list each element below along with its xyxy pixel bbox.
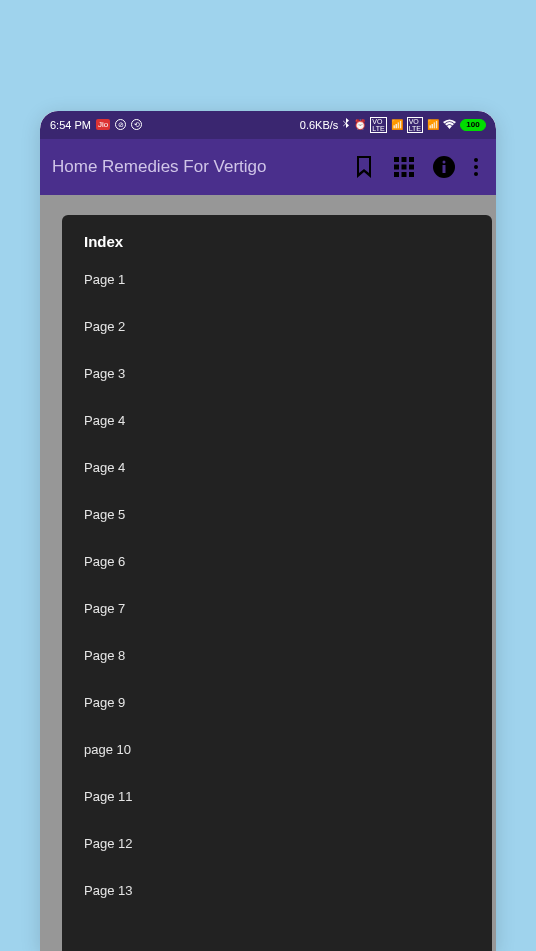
status-time: 6:54 PM: [50, 119, 91, 131]
index-item[interactable]: Page 11: [84, 789, 492, 836]
index-item[interactable]: Page 8: [84, 648, 492, 695]
svg-rect-6: [394, 172, 399, 177]
svg-rect-7: [402, 172, 407, 177]
svg-point-13: [474, 165, 478, 169]
status-right: 0.6KB/s ⏰ VOLTE 📶 VOLTE 📶 100: [300, 117, 486, 133]
phone-frame: 6:54 PM Jio ⊘ ⟲ 0.6KB/s ⏰ VOLTE 📶 VOLTE …: [40, 111, 496, 951]
battery-icon: 100: [460, 119, 486, 131]
index-item[interactable]: Page 13: [84, 883, 492, 930]
index-item[interactable]: Page 7: [84, 601, 492, 648]
svg-rect-5: [409, 164, 414, 169]
more-button[interactable]: [464, 147, 488, 187]
index-item[interactable]: Page 5: [84, 507, 492, 554]
svg-point-10: [443, 160, 446, 163]
app-bar: Home Remedies For Vertigo: [40, 139, 496, 195]
info-button[interactable]: [424, 147, 464, 187]
sync-icon: ⟲: [131, 119, 142, 130]
signal-icon-2: 📶: [427, 119, 439, 130]
svg-rect-8: [409, 172, 414, 177]
index-item[interactable]: Page 4: [84, 460, 492, 507]
svg-point-14: [474, 172, 478, 176]
svg-rect-4: [402, 164, 407, 169]
bluetooth-icon: [342, 118, 350, 131]
index-item[interactable]: Page 9: [84, 695, 492, 742]
index-list: Page 1Page 2Page 3Page 4Page 4Page 5Page…: [84, 272, 492, 930]
app-title: Home Remedies For Vertigo: [52, 157, 344, 177]
signal-icon-1: 📶: [391, 119, 403, 130]
status-left: 6:54 PM Jio ⊘ ⟲: [50, 119, 142, 131]
index-item[interactable]: Page 1: [84, 272, 492, 319]
index-item[interactable]: Page 12: [84, 836, 492, 883]
index-item[interactable]: Page 4: [84, 413, 492, 460]
volte-icon-2: VOLTE: [407, 117, 423, 133]
svg-rect-11: [443, 165, 446, 173]
svg-point-12: [474, 158, 478, 162]
alarm-icon: ⏰: [354, 119, 366, 130]
bookmark-button[interactable]: [344, 147, 384, 187]
index-item[interactable]: page 10: [84, 742, 492, 789]
index-item[interactable]: Page 3: [84, 366, 492, 413]
index-title: Index: [84, 233, 492, 250]
svg-rect-0: [394, 157, 399, 162]
grid-button[interactable]: [384, 147, 424, 187]
svg-rect-2: [409, 157, 414, 162]
data-speed: 0.6KB/s: [300, 119, 339, 131]
index-item[interactable]: Page 2: [84, 319, 492, 366]
index-item[interactable]: Page 6: [84, 554, 492, 601]
status-bar: 6:54 PM Jio ⊘ ⟲ 0.6KB/s ⏰ VOLTE 📶 VOLTE …: [40, 111, 496, 139]
volte-icon-1: VOLTE: [370, 117, 386, 133]
content-area: gnsuitign au:urnligo:dinigf eigger lletu…: [40, 195, 496, 951]
dnd-icon: ⊘: [115, 119, 126, 130]
svg-rect-3: [394, 164, 399, 169]
carrier-badge: Jio: [96, 119, 110, 130]
wifi-icon: [443, 119, 456, 131]
index-panel: Index Page 1Page 2Page 3Page 4Page 4Page…: [62, 215, 492, 951]
svg-rect-1: [402, 157, 407, 162]
